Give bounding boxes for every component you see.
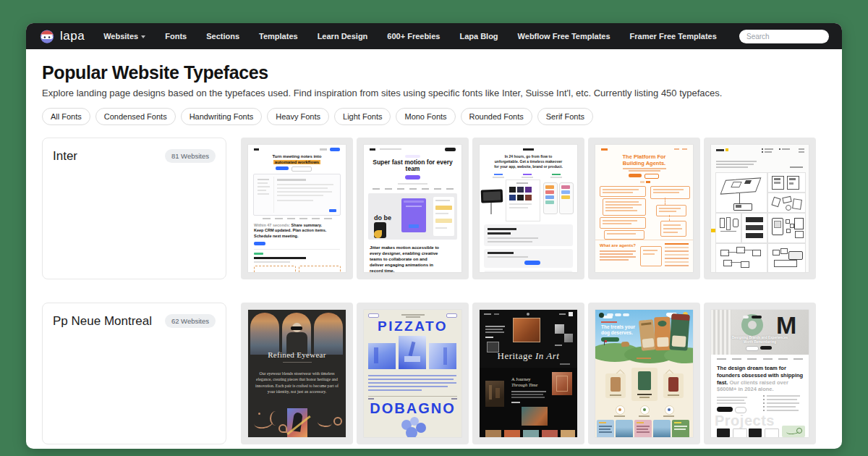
website-thumbnail-link[interactable]: The treats your dog deserves. (588, 303, 700, 444)
page-background: lapa Websites Fonts Sections Templates L… (0, 0, 868, 456)
filter-serif-fonts[interactable]: Serif Fonts (537, 108, 593, 125)
nav-item-webflow-templates[interactable]: Webflow Free Templates (518, 32, 610, 41)
website-thumbnail-link[interactable]: M Designing Brands and ExperiencesWorth … (704, 303, 816, 444)
lapa-logo[interactable]: lapa (39, 28, 85, 44)
page-title: Popular Website Typefaces (42, 62, 826, 83)
chevron-down-icon (141, 35, 145, 38)
website-thumbnail-link[interactable]: PIZZATO DOBAGNO (357, 303, 469, 444)
website-thumbnail-link[interactable]: Heritage In Art A JourneyThrough Time (472, 303, 584, 444)
thumb-headline: Heritage In Art (480, 350, 577, 362)
logo-text: lapa (60, 29, 85, 43)
website-thumbnail-link[interactable]: In 24 hours, go from flow to unforgettab… (472, 138, 584, 279)
website-screenshot: Heritage In Art A JourneyThrough Time (480, 310, 577, 437)
thumb-headline: The Platform ForBuilding Agents. (595, 154, 693, 166)
website-screenshot: In 24 hours, go from flow to unforgettab… (480, 145, 577, 272)
website-thumbnail-link[interactable] (704, 138, 816, 279)
nav-item-websites[interactable]: Websites (103, 32, 145, 41)
page-subtitle: Explore landing page designs based on th… (42, 88, 826, 98)
content-area: Popular Website Typefaces Explore landin… (26, 62, 842, 444)
font-name: Inter (53, 149, 77, 164)
thumb-headline: Super fast motion for every team (373, 159, 453, 173)
website-thumbnail-link[interactable]: The Platform ForBuilding Agents. (588, 138, 700, 279)
nav-item-sections[interactable]: Sections (206, 32, 239, 41)
thumb-title-2: DOBAGNO (364, 400, 461, 417)
thumb-body-text: Within 47 seconds: Share summary. Keep C… (254, 223, 329, 239)
font-filter-bar: All Fonts Condensed Fonts Handwriting Fo… (42, 108, 826, 125)
website-thumbnail-link[interactable]: Refined Eyewear Our eyewear blends stree… (241, 303, 353, 444)
thumb-headline: Refined Eyewear (248, 350, 346, 359)
thumb-headline: The design dream team for founders obses… (717, 365, 804, 393)
thumb-body-text: Our eyewear blends streetwear with timel… (255, 371, 339, 395)
filter-rounded-fonts[interactable]: Rounded Fonts (461, 108, 532, 125)
website-screenshot: The treats your dog deserves. (595, 310, 693, 437)
font-card-inter[interactable]: Inter 81 Websites (42, 138, 226, 279)
main-window: lapa Websites Fonts Sections Templates L… (26, 23, 842, 449)
font-card-pp-neue-montreal[interactable]: Pp Neue Montreal 62 Websites (42, 303, 226, 444)
website-screenshot: Super fast motion for every team do be (364, 145, 461, 272)
thumb-headline: In 24 hours, go from flow to unforgettab… (494, 154, 563, 169)
hero-text: do be (374, 214, 391, 221)
thumb-body-text: Jitter makes motion accessible to every … (370, 245, 442, 272)
website-screenshot: M Designing Brands and ExperiencesWorth … (711, 310, 809, 437)
nav-item-freebies[interactable]: 600+ Freebies (387, 32, 440, 41)
website-screenshot: Refined Eyewear Our eyewear blends stree… (248, 310, 346, 437)
typeface-row-inter: Inter 81 Websites Turn meeting notes int… (42, 138, 826, 279)
website-count-badge: 62 Websites (165, 314, 216, 328)
filter-light-fonts[interactable]: Light Fonts (334, 108, 391, 125)
website-thumbnail-link[interactable]: Super fast motion for every team do be (357, 138, 469, 279)
ninja-icon (39, 28, 55, 44)
search-input[interactable] (739, 30, 829, 43)
nav-item-fonts[interactable]: Fonts (165, 32, 187, 41)
website-screenshot (711, 145, 809, 272)
filter-mono-fonts[interactable]: Mono Fonts (396, 108, 455, 125)
nav-item-lapa-blog[interactable]: Lapa Blog (459, 32, 498, 41)
website-count-badge: 81 Websites (165, 149, 216, 163)
thumbnail-list: Turn meeting notes into automated workfl… (241, 138, 816, 279)
thumb-headline: The treats your dog deserves. (601, 324, 640, 336)
filter-condensed-fonts[interactable]: Condensed Fonts (95, 108, 176, 125)
website-screenshot: Turn meeting notes into automated workfl… (248, 145, 346, 272)
nav-menu: Websites Fonts Sections Templates Learn … (103, 32, 717, 41)
section-title: What are agents? (600, 243, 636, 248)
search-container (739, 29, 829, 43)
thumb-subheadline: A JourneyThrough Time (511, 376, 537, 388)
navbar: lapa Websites Fonts Sections Templates L… (26, 23, 842, 49)
filter-heavy-fonts[interactable]: Heavy Fonts (267, 108, 329, 125)
ghost-title: Projects (715, 413, 775, 429)
m-letter: M (776, 313, 796, 337)
typeface-row-pp-neue-montreal: Pp Neue Montreal 62 Websites Refined Eye… (42, 303, 826, 444)
nav-item-learn-design[interactable]: Learn Design (318, 32, 368, 41)
filter-handwriting-fonts[interactable]: Handwriting Fonts (181, 108, 263, 125)
filter-all-fonts[interactable]: All Fonts (42, 108, 90, 125)
nav-item-templates[interactable]: Templates (259, 32, 298, 41)
website-thumbnail-link[interactable]: Turn meeting notes into automated workfl… (241, 138, 353, 279)
hero-text: Designing Brands and ExperiencesWorth Re… (711, 336, 809, 345)
website-screenshot: The Platform ForBuilding Agents. (595, 145, 693, 272)
website-screenshot: PIZZATO DOBAGNO (364, 310, 461, 437)
thumbnail-list: Refined Eyewear Our eyewear blends stree… (241, 303, 816, 444)
thumb-title: PIZZATO (364, 318, 461, 334)
font-name: Pp Neue Montreal (53, 314, 152, 329)
nav-item-framer-templates[interactable]: Framer Free Templates (630, 32, 717, 41)
